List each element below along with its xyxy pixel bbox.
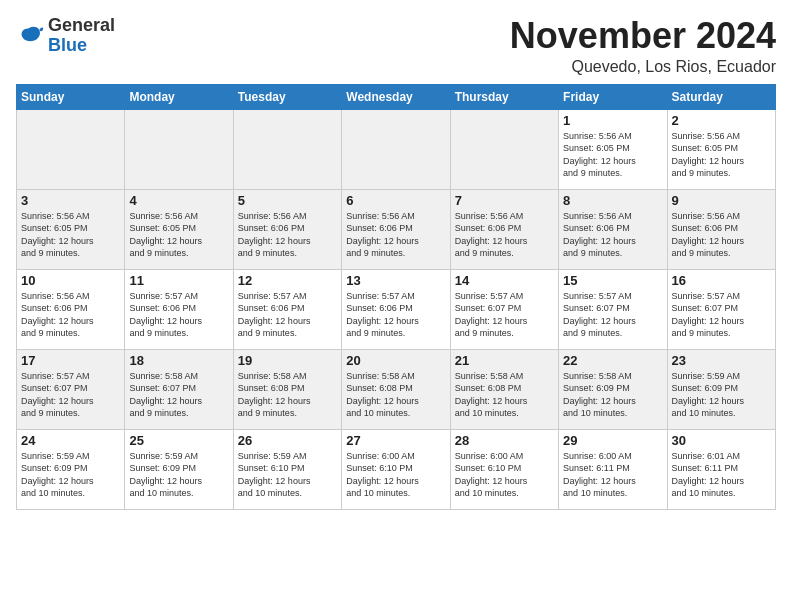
day-info: Sunrise: 5:56 AM Sunset: 6:05 PM Dayligh…	[672, 130, 771, 180]
calendar-cell: 15Sunrise: 5:57 AM Sunset: 6:07 PM Dayli…	[559, 269, 667, 349]
day-number: 7	[455, 193, 554, 208]
calendar-week-row: 24Sunrise: 5:59 AM Sunset: 6:09 PM Dayli…	[17, 429, 776, 509]
calendar-cell: 7Sunrise: 5:56 AM Sunset: 6:06 PM Daylig…	[450, 189, 558, 269]
day-number: 1	[563, 113, 662, 128]
day-number: 9	[672, 193, 771, 208]
day-info: Sunrise: 5:56 AM Sunset: 6:06 PM Dayligh…	[455, 210, 554, 260]
calendar-cell: 4Sunrise: 5:56 AM Sunset: 6:05 PM Daylig…	[125, 189, 233, 269]
calendar-cell	[233, 109, 341, 189]
calendar-cell: 12Sunrise: 5:57 AM Sunset: 6:06 PM Dayli…	[233, 269, 341, 349]
day-info: Sunrise: 5:58 AM Sunset: 6:07 PM Dayligh…	[129, 370, 228, 420]
calendar-cell: 8Sunrise: 5:56 AM Sunset: 6:06 PM Daylig…	[559, 189, 667, 269]
day-number: 6	[346, 193, 445, 208]
calendar-cell: 22Sunrise: 5:58 AM Sunset: 6:09 PM Dayli…	[559, 349, 667, 429]
day-info: Sunrise: 5:56 AM Sunset: 6:05 PM Dayligh…	[563, 130, 662, 180]
day-info: Sunrise: 5:58 AM Sunset: 6:08 PM Dayligh…	[455, 370, 554, 420]
day-info: Sunrise: 5:59 AM Sunset: 6:10 PM Dayligh…	[238, 450, 337, 500]
calendar-header-row: SundayMondayTuesdayWednesdayThursdayFrid…	[17, 84, 776, 109]
calendar-cell: 20Sunrise: 5:58 AM Sunset: 6:08 PM Dayli…	[342, 349, 450, 429]
day-number: 27	[346, 433, 445, 448]
month-year-title: November 2024	[510, 16, 776, 56]
day-info: Sunrise: 5:58 AM Sunset: 6:09 PM Dayligh…	[563, 370, 662, 420]
day-number: 23	[672, 353, 771, 368]
calendar-cell: 2Sunrise: 5:56 AM Sunset: 6:05 PM Daylig…	[667, 109, 775, 189]
day-info: Sunrise: 5:57 AM Sunset: 6:07 PM Dayligh…	[455, 290, 554, 340]
day-info: Sunrise: 5:57 AM Sunset: 6:07 PM Dayligh…	[21, 370, 120, 420]
day-number: 11	[129, 273, 228, 288]
day-info: Sunrise: 5:59 AM Sunset: 6:09 PM Dayligh…	[129, 450, 228, 500]
calendar-cell: 21Sunrise: 5:58 AM Sunset: 6:08 PM Dayli…	[450, 349, 558, 429]
calendar-cell	[342, 109, 450, 189]
logo-blue-text: Blue	[48, 35, 87, 55]
day-number: 12	[238, 273, 337, 288]
calendar-cell: 29Sunrise: 6:00 AM Sunset: 6:11 PM Dayli…	[559, 429, 667, 509]
location-subtitle: Quevedo, Los Rios, Ecuador	[510, 58, 776, 76]
logo: General Blue	[16, 16, 115, 56]
calendar-cell	[17, 109, 125, 189]
day-info: Sunrise: 5:57 AM Sunset: 6:07 PM Dayligh…	[563, 290, 662, 340]
day-number: 8	[563, 193, 662, 208]
day-number: 5	[238, 193, 337, 208]
day-info: Sunrise: 5:57 AM Sunset: 6:07 PM Dayligh…	[672, 290, 771, 340]
calendar-cell: 13Sunrise: 5:57 AM Sunset: 6:06 PM Dayli…	[342, 269, 450, 349]
weekday-header: Tuesday	[233, 84, 341, 109]
weekday-header: Monday	[125, 84, 233, 109]
day-number: 14	[455, 273, 554, 288]
logo-bird-icon	[16, 22, 44, 50]
weekday-header: Sunday	[17, 84, 125, 109]
calendar-cell: 16Sunrise: 5:57 AM Sunset: 6:07 PM Dayli…	[667, 269, 775, 349]
day-info: Sunrise: 6:00 AM Sunset: 6:10 PM Dayligh…	[455, 450, 554, 500]
day-number: 19	[238, 353, 337, 368]
day-info: Sunrise: 5:56 AM Sunset: 6:06 PM Dayligh…	[346, 210, 445, 260]
calendar-cell: 24Sunrise: 5:59 AM Sunset: 6:09 PM Dayli…	[17, 429, 125, 509]
day-number: 21	[455, 353, 554, 368]
day-number: 20	[346, 353, 445, 368]
day-number: 15	[563, 273, 662, 288]
calendar-cell: 6Sunrise: 5:56 AM Sunset: 6:06 PM Daylig…	[342, 189, 450, 269]
day-number: 13	[346, 273, 445, 288]
day-number: 17	[21, 353, 120, 368]
calendar-week-row: 1Sunrise: 5:56 AM Sunset: 6:05 PM Daylig…	[17, 109, 776, 189]
day-info: Sunrise: 5:59 AM Sunset: 6:09 PM Dayligh…	[672, 370, 771, 420]
calendar-cell	[450, 109, 558, 189]
day-info: Sunrise: 5:56 AM Sunset: 6:05 PM Dayligh…	[129, 210, 228, 260]
calendar-table: SundayMondayTuesdayWednesdayThursdayFrid…	[16, 84, 776, 510]
day-info: Sunrise: 6:00 AM Sunset: 6:11 PM Dayligh…	[563, 450, 662, 500]
weekday-header: Friday	[559, 84, 667, 109]
day-info: Sunrise: 5:56 AM Sunset: 6:05 PM Dayligh…	[21, 210, 120, 260]
day-number: 2	[672, 113, 771, 128]
title-block: November 2024 Quevedo, Los Rios, Ecuador	[510, 16, 776, 76]
day-number: 22	[563, 353, 662, 368]
calendar-cell: 26Sunrise: 5:59 AM Sunset: 6:10 PM Dayli…	[233, 429, 341, 509]
day-info: Sunrise: 5:59 AM Sunset: 6:09 PM Dayligh…	[21, 450, 120, 500]
calendar-cell: 23Sunrise: 5:59 AM Sunset: 6:09 PM Dayli…	[667, 349, 775, 429]
calendar-cell: 17Sunrise: 5:57 AM Sunset: 6:07 PM Dayli…	[17, 349, 125, 429]
calendar-cell: 18Sunrise: 5:58 AM Sunset: 6:07 PM Dayli…	[125, 349, 233, 429]
day-info: Sunrise: 5:56 AM Sunset: 6:06 PM Dayligh…	[563, 210, 662, 260]
calendar-week-row: 3Sunrise: 5:56 AM Sunset: 6:05 PM Daylig…	[17, 189, 776, 269]
day-info: Sunrise: 5:56 AM Sunset: 6:06 PM Dayligh…	[238, 210, 337, 260]
day-number: 29	[563, 433, 662, 448]
day-number: 3	[21, 193, 120, 208]
page-header: General Blue November 2024 Quevedo, Los …	[16, 16, 776, 76]
day-info: Sunrise: 5:58 AM Sunset: 6:08 PM Dayligh…	[238, 370, 337, 420]
day-info: Sunrise: 5:56 AM Sunset: 6:06 PM Dayligh…	[672, 210, 771, 260]
day-info: Sunrise: 5:57 AM Sunset: 6:06 PM Dayligh…	[238, 290, 337, 340]
calendar-cell: 5Sunrise: 5:56 AM Sunset: 6:06 PM Daylig…	[233, 189, 341, 269]
day-info: Sunrise: 5:58 AM Sunset: 6:08 PM Dayligh…	[346, 370, 445, 420]
day-number: 18	[129, 353, 228, 368]
day-number: 4	[129, 193, 228, 208]
day-info: Sunrise: 5:57 AM Sunset: 6:06 PM Dayligh…	[346, 290, 445, 340]
day-info: Sunrise: 5:57 AM Sunset: 6:06 PM Dayligh…	[129, 290, 228, 340]
day-number: 28	[455, 433, 554, 448]
day-number: 24	[21, 433, 120, 448]
calendar-cell: 1Sunrise: 5:56 AM Sunset: 6:05 PM Daylig…	[559, 109, 667, 189]
day-number: 26	[238, 433, 337, 448]
day-number: 25	[129, 433, 228, 448]
calendar-week-row: 10Sunrise: 5:56 AM Sunset: 6:06 PM Dayli…	[17, 269, 776, 349]
day-number: 30	[672, 433, 771, 448]
calendar-cell: 27Sunrise: 6:00 AM Sunset: 6:10 PM Dayli…	[342, 429, 450, 509]
calendar-cell: 28Sunrise: 6:00 AM Sunset: 6:10 PM Dayli…	[450, 429, 558, 509]
calendar-cell: 25Sunrise: 5:59 AM Sunset: 6:09 PM Dayli…	[125, 429, 233, 509]
calendar-cell: 19Sunrise: 5:58 AM Sunset: 6:08 PM Dayli…	[233, 349, 341, 429]
